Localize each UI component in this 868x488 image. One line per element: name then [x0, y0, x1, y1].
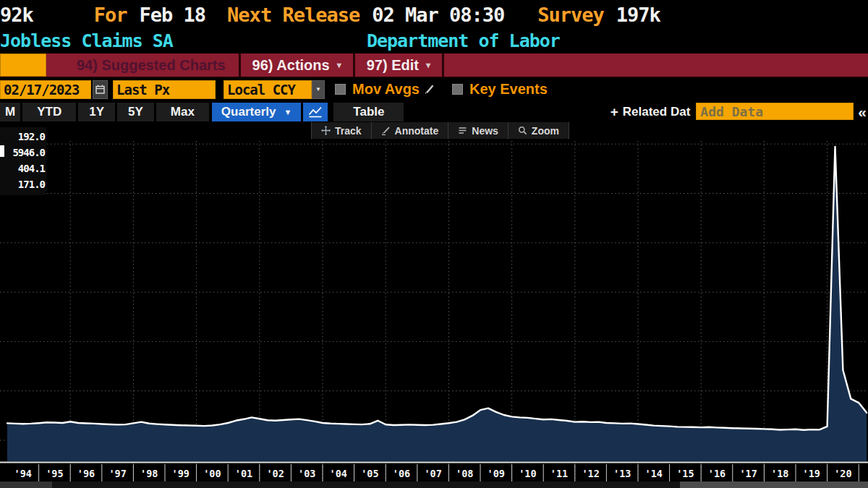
svg-text:'97: '97 [109, 468, 126, 479]
currency-value: Local CCY [227, 82, 295, 98]
svg-text:'14: '14 [645, 468, 663, 479]
period-label: Quarterly [221, 105, 276, 119]
line-chart-icon [307, 106, 323, 118]
zoom-label: Zoom [532, 125, 559, 137]
zoom-button[interactable]: Zoom [508, 122, 569, 139]
chevron-down-icon: ▼ [315, 86, 321, 93]
collapse-chevrons[interactable]: « [858, 103, 867, 121]
actions-label: 96) Actions [252, 57, 330, 74]
svg-text:'95: '95 [46, 468, 63, 479]
add-data-input[interactable] [696, 103, 854, 120]
header-row-secondary: Jobless Claims SA Department of Labor [0, 29, 868, 52]
horizontal-scrollbar[interactable] [0, 481, 868, 488]
svg-text:'99: '99 [172, 468, 190, 479]
svg-text:'08: '08 [456, 468, 473, 479]
plus-icon: + [610, 104, 618, 120]
data-source: Department of Labor [367, 30, 560, 51]
price-field-value: Last Px [116, 82, 169, 98]
svg-text:'96: '96 [77, 468, 95, 479]
high-marker-tag [0, 145, 4, 157]
legend-value: 192.0 [0, 129, 45, 145]
svg-text:'20: '20 [834, 468, 851, 479]
svg-text:'01: '01 [235, 468, 252, 479]
last-big-value: 92k [0, 4, 33, 26]
currency-dropdown-button[interactable]: ▼ [312, 80, 325, 99]
svg-text:'18: '18 [771, 468, 788, 479]
legend-value: 171.0 [0, 176, 45, 192]
table-tab[interactable]: Table [333, 103, 404, 121]
svg-text:'11: '11 [550, 468, 568, 479]
suggested-charts-label: 94) Suggested Charts [77, 57, 226, 74]
edit-label: 97) Edit [367, 57, 419, 74]
survey-value: 197k [616, 4, 660, 26]
menubar-orange-block[interactable] [0, 53, 46, 77]
currency-input[interactable]: Local CCY [224, 80, 312, 99]
date-value: 02/17/2023 [4, 82, 79, 98]
news-icon [458, 126, 467, 135]
mov-avgs-checkbox[interactable] [335, 84, 346, 95]
survey-label: Survey [537, 4, 604, 26]
range-tab-max[interactable]: Max [156, 103, 209, 121]
svg-text:'13: '13 [613, 468, 631, 479]
suggested-charts-button[interactable]: 94) Suggested Charts [61, 53, 241, 77]
scrollbar-thumb[interactable] [680, 481, 868, 488]
header-row-primary: 92k For Feb 18 Next Release 02 Mar 08:30… [0, 1, 868, 28]
legend-value: 404.1 [0, 160, 45, 176]
annotate-icon [381, 126, 391, 135]
svg-text:'07: '07 [424, 468, 441, 479]
range-tab-1y[interactable]: 1Y [78, 103, 115, 121]
svg-text:'94: '94 [14, 468, 32, 479]
annotate-button[interactable]: Annotate [371, 122, 448, 139]
for-label: For [94, 4, 127, 26]
calendar-button[interactable] [93, 80, 108, 99]
date-input[interactable]: 02/17/2023 [0, 80, 91, 99]
track-label: Track [335, 125, 362, 137]
edit-button[interactable]: 97) Edit ▾ [355, 53, 444, 77]
pencil-icon[interactable] [423, 83, 435, 95]
range-row: MYTD1Y5YMax Quarterly ▼ Table + Related … [0, 103, 868, 121]
svg-text:'06: '06 [393, 468, 410, 479]
svg-text:'03: '03 [298, 468, 315, 479]
chevron-down-icon: ▾ [337, 60, 341, 70]
svg-text:'98: '98 [140, 468, 158, 479]
actions-button[interactable]: 96) Actions ▾ [241, 53, 355, 77]
chart-type-tab[interactable] [303, 103, 328, 121]
key-events-label: Key Events [469, 81, 548, 98]
svg-text:'09: '09 [488, 468, 505, 479]
news-label: News [472, 125, 498, 137]
range-tab-5y[interactable]: 5Y [117, 103, 154, 121]
svg-text:'10: '10 [519, 468, 536, 479]
for-date: Feb 18 [140, 4, 206, 26]
chevrons-left-icon: « [858, 103, 867, 121]
svg-text:'19: '19 [803, 468, 820, 479]
table-tab-label: Table [353, 105, 384, 119]
svg-text:'02: '02 [266, 468, 284, 479]
svg-text:'04: '04 [330, 468, 347, 479]
security-name: Jobless Claims SA [0, 30, 173, 51]
scrollbar-left-segment[interactable] [0, 481, 52, 488]
chevron-down-icon: ▾ [426, 60, 430, 70]
svg-text:'00: '00 [203, 468, 221, 479]
period-dropdown[interactable]: Quarterly ▼ [212, 103, 301, 121]
track-button[interactable]: Track [311, 122, 371, 139]
svg-text:'05: '05 [361, 468, 378, 479]
price-field-input[interactable]: Last Px [113, 80, 216, 99]
svg-text:'15: '15 [676, 468, 694, 479]
legend-value: 5946.0 [0, 145, 45, 160]
svg-text:'17: '17 [739, 468, 757, 479]
chart-legend: 192.05946.0404.1171.0 [0, 127, 46, 195]
next-release-value: 02 Mar 08:30 [372, 4, 504, 26]
annotate-label: Annotate [395, 125, 439, 137]
key-events-checkbox[interactable] [452, 84, 463, 95]
chart-toolbar: TrackAnnotateNewsZoom [311, 122, 569, 139]
zoom-icon [518, 126, 527, 135]
related-data-button[interactable]: + Related Dat [610, 103, 691, 121]
news-button[interactable]: News [448, 122, 508, 139]
chevron-down-icon: ▼ [284, 108, 292, 116]
range-tab-ytd[interactable]: YTD [22, 103, 76, 121]
next-release-label: Next Release [227, 4, 359, 26]
range-tab-m[interactable]: M [0, 103, 20, 121]
svg-text:'12: '12 [582, 468, 599, 479]
calendar-icon [95, 85, 105, 94]
mov-avgs-label: Mov Avgs [352, 81, 420, 98]
